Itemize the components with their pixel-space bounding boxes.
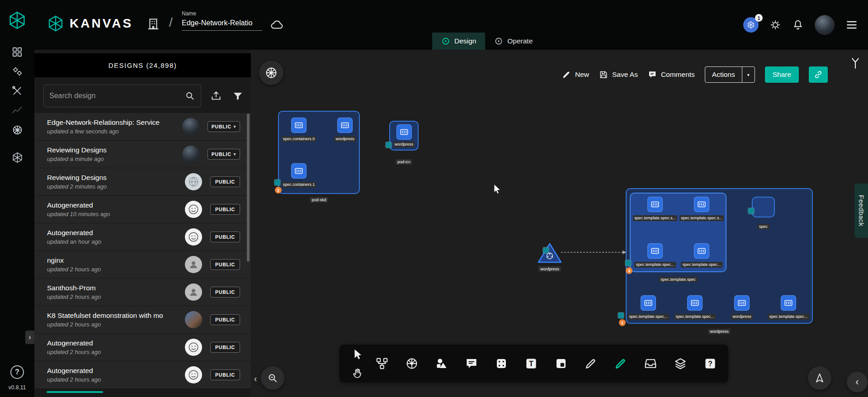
relationship-badge-icon[interactable]: [543, 247, 549, 253]
comment-tool-icon[interactable]: [463, 355, 480, 372]
visibility-badge[interactable]: PUBLIC: [210, 369, 240, 380]
container-node[interactable]: wordpress: [337, 118, 353, 142]
actions-dropdown-button[interactable]: Actions ▾: [705, 66, 755, 83]
save-as-button[interactable]: Save As: [599, 70, 638, 79]
meshery-hexagon-icon[interactable]: [10, 151, 24, 164]
zoom-button[interactable]: [261, 366, 284, 390]
y-branch-icon[interactable]: [849, 56, 862, 70]
feedback-tab[interactable]: Feedback: [854, 184, 868, 238]
visibility-badge[interactable]: PUBLIC: [210, 176, 240, 187]
tab-operate[interactable]: Operate: [485, 33, 542, 50]
container-node[interactable]: spec.template.spec...: [694, 243, 709, 268]
freehand-pen-icon[interactable]: [613, 355, 629, 372]
design-list-item[interactable]: Autogeneratedupdated 10 minutes ago PUBL…: [34, 196, 251, 223]
pod-template-group-node[interactable]: [630, 193, 726, 272]
design-list-item[interactable]: Reviewing Designsupdated a minute ago PU…: [34, 141, 251, 168]
design-list-item[interactable]: Santhosh-Promupdated 2 hours ago PUBLIC: [34, 279, 251, 306]
relationship-badge-icon[interactable]: [625, 260, 631, 266]
container-node[interactable]: spec.containers.1: [291, 163, 307, 188]
visibility-badge[interactable]: PUBLIC: [210, 314, 240, 325]
design-canvas[interactable]: New Save As Comments Actions ▾ Share: [251, 50, 868, 397]
visibility-badge[interactable]: PUBLIC: [210, 232, 240, 242]
toolbox-icon[interactable]: [10, 84, 24, 98]
tray-icon[interactable]: [642, 355, 659, 372]
kanvas-rail-logo-icon[interactable]: [8, 11, 27, 30]
search-box[interactable]: [43, 85, 201, 107]
settings-gears-icon[interactable]: [10, 65, 24, 78]
lifecycle-wheel-icon[interactable]: [10, 123, 24, 137]
help-tool-icon[interactable]: ?: [702, 355, 718, 372]
design-name-input[interactable]: [182, 17, 262, 31]
kubernetes-wheel-icon[interactable]: [404, 355, 420, 372]
user-avatar[interactable]: [815, 15, 835, 35]
container-node[interactable]: wordpress: [734, 295, 750, 320]
design-list-item[interactable]: Edge-Network-Relationship: Serviceupdate…: [34, 113, 251, 141]
cloud-sync-icon[interactable]: [270, 18, 284, 32]
container-node[interactable]: spec.template.spec...: [647, 243, 663, 268]
hamburger-menu-button[interactable]: [845, 19, 858, 31]
design-list-item[interactable]: Autogeneratedupdated 2 hours ago PUBLIC: [34, 334, 251, 361]
dock-collapse-chevron[interactable]: ‹: [252, 372, 259, 385]
container-node[interactable]: spec.containers.0: [291, 118, 307, 142]
visibility-badge[interactable]: PUBLIC: [210, 204, 240, 215]
pan-hand-icon[interactable]: [349, 365, 366, 381]
visibility-badge[interactable]: PUBLIC: [210, 342, 240, 353]
container-node[interactable]: spec.template.spec...: [641, 295, 656, 320]
relationship-badge-icon[interactable]: [618, 312, 624, 318]
flow-diagram-icon[interactable]: [374, 355, 390, 372]
container-node[interactable]: spec.template.spec.s...: [647, 197, 663, 221]
count-badge[interactable]: 3: [626, 267, 632, 274]
relationship-badge-icon[interactable]: [274, 180, 280, 185]
performance-chart-icon[interactable]: [10, 104, 24, 117]
visibility-badge[interactable]: PUBLIC: [210, 259, 240, 270]
design-list-item[interactable]: nginxupdated 2 hours ago PUBLIC: [34, 251, 251, 279]
visibility-badge[interactable]: PUBLIC: [210, 287, 240, 298]
visibility-badge[interactable]: PUBLIC▾: [208, 149, 240, 160]
settings-gear-button[interactable]: [769, 19, 781, 31]
panel-collapse-chevron-button[interactable]: ‹: [847, 372, 868, 392]
container-node[interactable]: spec.template.spec.s...: [694, 197, 709, 221]
organization-building-icon[interactable]: [146, 17, 160, 31]
kanvas-brand[interactable]: KANVAS: [47, 15, 133, 32]
tab-design[interactable]: Design: [432, 33, 485, 50]
design-list-item[interactable]: Autogeneratedupdated an hour ago PUBLIC: [34, 223, 251, 251]
copy-link-button[interactable]: [809, 66, 828, 83]
text-tool-icon[interactable]: T: [523, 355, 539, 372]
pod-node[interactable]: wordpress: [389, 121, 419, 151]
comments-button[interactable]: Comments: [648, 70, 695, 79]
share-button[interactable]: Share: [765, 66, 799, 83]
relationship-badge-icon[interactable]: [748, 208, 754, 214]
import-design-icon[interactable]: [209, 89, 223, 103]
select-cursor-icon[interactable]: [349, 346, 366, 362]
relationship-edge[interactable]: [560, 249, 628, 255]
list-scrollbar[interactable]: [247, 113, 250, 262]
design-updated: updated 2 hours ago: [47, 321, 180, 328]
service-triangle-node[interactable]: [537, 242, 562, 264]
panel-tool-icon[interactable]: [553, 355, 569, 372]
shapes-icon[interactable]: [434, 355, 450, 372]
dashboard-icon[interactable]: [10, 45, 24, 59]
filter-funnel-icon[interactable]: [231, 89, 245, 103]
alerts-bell-button[interactable]: [792, 19, 804, 31]
design-list-item[interactable]: Reviewing Designsupdated 2 minutes ago P…: [34, 168, 251, 196]
container-node[interactable]: spec.template.spec...: [781, 295, 796, 320]
caret-down-icon[interactable]: ▾: [742, 67, 755, 82]
locate-button[interactable]: [808, 366, 831, 390]
kubernetes-fab-button[interactable]: [259, 61, 283, 85]
count-badge[interactable]: 2: [275, 187, 282, 194]
pen-tool-icon[interactable]: [583, 355, 599, 372]
design-list-item[interactable]: K8 Statefulset demonstration with moupda…: [34, 306, 251, 334]
dice-icon[interactable]: [493, 355, 509, 372]
spec-node[interactable]: [752, 197, 775, 217]
container-node[interactable]: spec.template.spec...: [687, 295, 703, 320]
help-button[interactable]: ?: [10, 365, 24, 379]
new-design-button[interactable]: New: [562, 70, 589, 79]
layers-icon[interactable]: [672, 355, 689, 372]
search-input[interactable]: [49, 92, 184, 100]
visibility-badge[interactable]: PUBLIC▾: [208, 121, 240, 132]
panel-expand-handle[interactable]: ›: [25, 331, 34, 344]
relationship-badge-icon[interactable]: [386, 142, 392, 148]
count-badge[interactable]: 1: [619, 319, 626, 326]
notifications-cloud-button[interactable]: 1: [743, 17, 759, 33]
design-list-item[interactable]: Autogeneratedupdated 2 hours ago PUBLIC: [34, 361, 251, 389]
